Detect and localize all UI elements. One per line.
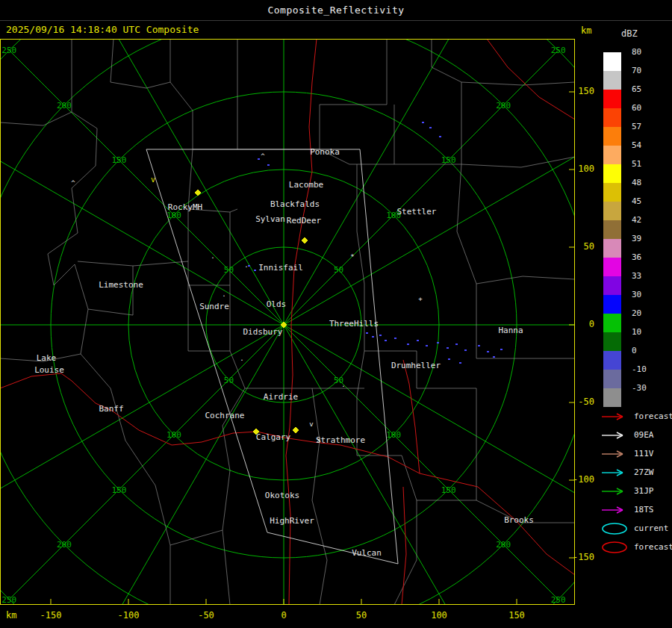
colorbar-value: 65 (632, 84, 641, 95)
city-label: RedDeer (287, 216, 322, 226)
right-axis-tick-label: 50 (567, 241, 594, 252)
city-label: Limestone (99, 280, 143, 290)
right-axis-tick-label: 100 (567, 164, 594, 174)
precip-echo (478, 345, 480, 346)
colorbar-value: 0 (632, 346, 637, 356)
point-marker: v (151, 175, 155, 184)
legend-sidebar: 807065605754514845423936333020100-10-30 … (597, 21, 672, 628)
city-label: Airdrie (264, 392, 298, 402)
point-marker: ^ (71, 179, 75, 187)
window-title: Composite_Reflectivity (267, 4, 404, 16)
colorbar-value: 54 (632, 140, 641, 151)
colorbar-swatch (603, 388, 621, 407)
legend-label: forecast (634, 542, 672, 552)
range-label: 150 (111, 155, 126, 165)
precip-echo (487, 351, 489, 352)
point-marker: . (244, 261, 248, 269)
precip-echo (426, 345, 428, 346)
point-marker: x (317, 436, 321, 444)
bottom-axis-tick-label: -50 (198, 610, 214, 621)
precip-echo (459, 362, 461, 364)
precip-echo (258, 158, 260, 160)
precip-echo (448, 358, 450, 360)
city-label: Didsbury (243, 327, 283, 337)
range-label: 200 (57, 101, 72, 111)
legend-label: 31JP (634, 486, 654, 496)
window-titlebar: Composite_Reflectivity (0, 0, 672, 21)
radar-application-window: Composite_Reflectivity 2025/09/16 14:18:… (0, 0, 672, 628)
range-label: 250 (1, 595, 16, 605)
colorbar-value: -30 (632, 383, 647, 394)
right-axis-tick-label: 0 (567, 319, 594, 329)
city-label: Hanna (498, 326, 523, 335)
colorbar-value: 60 (632, 103, 641, 114)
city-label: Stettler (397, 207, 437, 217)
range-label: 250 (551, 46, 566, 55)
storm-track-arrow-icon (600, 429, 630, 442)
storm-outline-icon (600, 522, 630, 535)
city-label: Vulcan (352, 548, 382, 558)
legend-item: 111V (600, 444, 654, 463)
bottom-axis-tick-label: -150 (40, 610, 62, 621)
bottom-axis-tick-label: -100 (118, 610, 140, 621)
city-label: Calgary (256, 432, 291, 442)
colorbar-swatch (603, 164, 621, 183)
colorbar-swatch (603, 183, 621, 202)
precip-echo (407, 343, 409, 345)
precip-echo (267, 164, 270, 166)
range-label: 50 (224, 265, 234, 275)
colorbar-swatch (603, 146, 621, 164)
point-marker: . (240, 355, 243, 362)
colorbar-swatch (603, 220, 621, 239)
city-label: Ponoka (310, 147, 340, 157)
range-label: 150 (441, 485, 456, 495)
city-label: Lake (37, 353, 57, 363)
colorbar-value: 33 (632, 271, 641, 282)
colorbar-value: 30 (632, 290, 641, 300)
colorbar-unit: dBZ (621, 28, 638, 39)
colorbar-value: 39 (632, 234, 641, 244)
colorbar-swatch (603, 314, 621, 332)
colorbar-swatch (603, 127, 621, 146)
point-marker: * (350, 253, 354, 261)
range-label: 50 (224, 376, 234, 385)
point-marker: + (418, 295, 423, 302)
legend-label: current (634, 523, 668, 533)
precip-echo (437, 342, 439, 343)
colorbar-value: -10 (632, 364, 647, 375)
range-label: 150 (441, 155, 456, 165)
range-label: 200 (57, 540, 72, 550)
colorbar-value: 48 (632, 178, 641, 188)
storm-track-arrow-icon (600, 410, 630, 423)
range-label: 200 (496, 540, 511, 550)
city-label: Blackfalds (270, 199, 320, 209)
bottom-axis-tick-label: 50 (356, 610, 367, 621)
city-label: RockyMH (168, 202, 202, 212)
city-label: Brooks (504, 515, 534, 525)
colorbar-swatch (603, 332, 621, 351)
precip-echo (500, 349, 503, 350)
legend-item: 18TS (600, 500, 654, 519)
legend-label: 09EA (634, 430, 654, 440)
colorbar-value: 80 (632, 47, 641, 57)
legend-item: 31JP (600, 482, 654, 500)
range-label: 250 (1, 46, 16, 55)
city-label: Cochrane (205, 411, 245, 420)
point-marker: . (211, 252, 214, 260)
point-marker: . (222, 290, 225, 298)
precip-echo (394, 338, 396, 339)
range-label: 200 (496, 101, 511, 111)
colorbar-swatch (603, 202, 621, 220)
legend-label: 18TS (634, 505, 654, 514)
colorbar-swatch (603, 351, 621, 370)
right-axis-unit: km (581, 25, 591, 36)
precip-echo (372, 336, 374, 338)
precip-echo (464, 349, 467, 351)
legend-label: 27ZW (634, 467, 654, 477)
colorbar-swatch (603, 370, 621, 388)
city-label: Innisfail (258, 263, 303, 273)
bottom-axis-unit: km (6, 610, 16, 621)
point-marker: ^ (261, 152, 265, 160)
legend-label: forecast (634, 411, 672, 421)
precip-echo (439, 136, 441, 137)
